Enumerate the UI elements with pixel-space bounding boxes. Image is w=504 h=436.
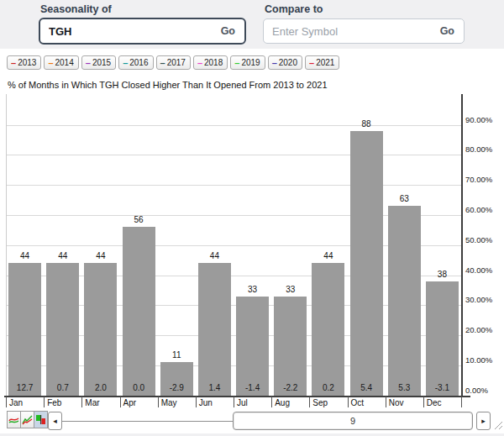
bar-value-label: 56 (120, 215, 158, 224)
seasonality-symbol-input[interactable] (40, 25, 212, 38)
bar-value-label: 44 (81, 251, 119, 260)
month-tick (234, 397, 234, 407)
bar-avg-change-label: 0.0 (120, 383, 158, 392)
bar-avg-change-label: 0.2 (309, 383, 347, 392)
month-bar (46, 263, 79, 395)
bar-avg-change-label: -2.9 (158, 383, 196, 392)
month-label: Feb (47, 398, 61, 407)
y-gridline (6, 185, 461, 186)
bar-value-label: 44 (196, 251, 234, 260)
month-bar (274, 297, 307, 396)
month-tick (196, 397, 197, 407)
month-label: Oct (351, 398, 365, 407)
scroll-right-icon: ▸ (481, 417, 486, 425)
symbol-entry-header: Seasonality of Go Compare to Go (0, 0, 504, 49)
seasonality-symbol-group: Go (39, 18, 246, 45)
y-axis-tick-label: 50.00% (465, 235, 492, 244)
bar-avg-change-label: -3.1 (423, 383, 461, 392)
month-tick (386, 397, 386, 407)
bar-value-label: 11 (158, 350, 196, 360)
month-label: Jun (199, 398, 213, 407)
month-bar (388, 206, 421, 395)
resize-grip-icon[interactable] (493, 419, 503, 430)
y-axis-tick-label: 20.00% (465, 325, 492, 334)
compare-symbol-group: Go (263, 18, 465, 44)
month-bar (236, 297, 269, 396)
y-axis-tick-label: 70.00% (465, 175, 492, 184)
month-tick (6, 397, 7, 407)
bar-value-label: 33 (234, 285, 271, 294)
y-gridline (6, 155, 461, 155)
month-label: Dec (427, 398, 442, 407)
bar-avg-change-label: 5.4 (348, 383, 386, 392)
bar-avg-change-label: 2.0 (81, 383, 119, 392)
bar-value-label: 44 (309, 251, 347, 260)
y-axis-tick-label: 0.00% (465, 386, 488, 395)
month-tick (309, 397, 310, 407)
bar-chart-plot: 0.00%10.00%20.00%30.00%40.00%50.00%60.00… (0, 49, 504, 433)
bar-value-label: 88 (348, 119, 386, 129)
month-tick (44, 397, 45, 407)
x-axis-line (4, 396, 470, 397)
plot-left-border (6, 94, 7, 396)
y-axis-tick-label: 90.00% (465, 115, 492, 124)
bar-avg-change-label: -2.2 (271, 383, 309, 392)
compare-go-button[interactable]: Go (431, 25, 464, 37)
month-label: Apr (123, 398, 137, 407)
month-label: Nov (389, 398, 404, 407)
month-tick (158, 397, 159, 407)
seasonality-chart-card: –2013–2014–2015–2016–2017–2018–2019–2020… (0, 49, 504, 433)
chart-type-switcher (7, 411, 48, 428)
bar-value-label: 33 (271, 285, 309, 294)
month-label: Mar (85, 398, 99, 407)
month-bar (312, 263, 344, 395)
scrollbar-track[interactable] (62, 421, 234, 422)
y-gridline (6, 125, 461, 126)
month-label: Aug (275, 398, 290, 407)
y-axis-tick-label: 30.00% (465, 295, 492, 304)
month-bar (426, 281, 459, 396)
y-axis-tick-label: 10.00% (465, 355, 492, 365)
smooth-line-chart-button[interactable] (7, 411, 21, 428)
bar-avg-change-label: 1.4 (196, 383, 234, 392)
scrollbar-thumb[interactable]: 9 (233, 412, 473, 430)
scroll-right-button[interactable]: ▸ (476, 412, 491, 430)
line-chart-button[interactable] (20, 411, 34, 428)
scroll-left-icon: ◂ (53, 417, 57, 425)
seasonality-of-label: Seasonality of (40, 3, 112, 15)
y-axis-tick-label: 80.00% (465, 144, 492, 154)
month-tick (348, 397, 349, 407)
bar-value-label: 38 (423, 270, 461, 279)
month-bar (8, 263, 41, 395)
y-axis-line (461, 94, 463, 396)
compare-to-label: Compare to (265, 3, 323, 15)
compare-symbol-input[interactable] (264, 25, 431, 38)
seasonality-app: Seasonality of Go Compare to Go –2013–20… (0, 0, 504, 436)
bar-avg-change-label: -1.4 (234, 383, 271, 392)
seasonality-go-button[interactable]: Go (212, 25, 244, 37)
line-chart-icon (22, 414, 33, 425)
scroll-left-button[interactable]: ◂ (48, 412, 62, 430)
y-axis-tick-label: 40.00% (465, 265, 492, 275)
bar-value-label: 44 (44, 251, 81, 260)
bar-avg-change-label: 0.7 (44, 383, 81, 392)
scrollbar-value: 9 (350, 416, 355, 426)
month-tick (81, 397, 82, 407)
bar-value-label: 63 (386, 194, 423, 203)
month-label: Jan (9, 398, 23, 407)
month-tick (120, 397, 121, 407)
month-tick (461, 397, 462, 407)
month-tick (423, 397, 424, 407)
bar-chart-button[interactable] (34, 411, 48, 428)
bar-avg-change-label: 5.3 (386, 383, 423, 392)
smooth-line-chart-icon (8, 414, 19, 425)
month-label: Sep (312, 398, 328, 407)
month-label: Jul (237, 398, 248, 407)
month-bar (84, 263, 117, 395)
bar-avg-change-label: 12.7 (6, 383, 44, 392)
month-bar (350, 131, 383, 396)
month-label: May (161, 398, 177, 407)
month-tick (271, 397, 272, 407)
bar-chart-icon (35, 414, 46, 425)
y-axis-tick-label: 60.00% (465, 205, 492, 214)
